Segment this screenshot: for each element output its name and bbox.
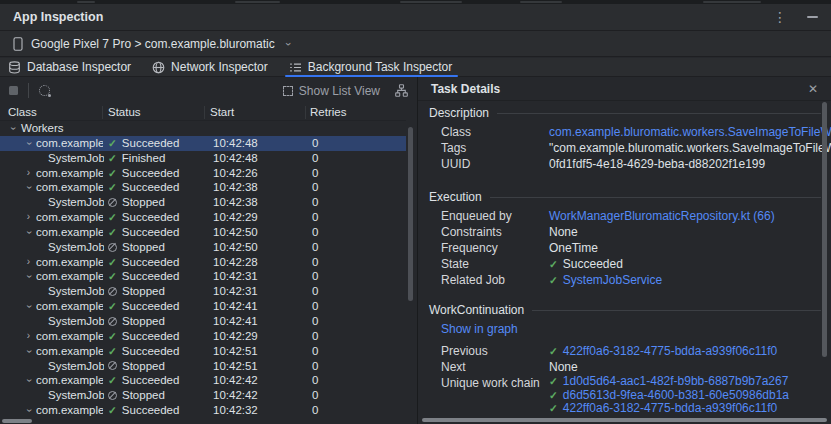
chevron-down-icon[interactable]: › — [21, 139, 36, 148]
detail-link[interactable]: 422ff0a6-3182-4775-bdda-a939f06c11f0 — [563, 343, 777, 359]
row-retries: 0 — [312, 255, 318, 270]
check-icon: ✓ — [549, 402, 558, 416]
row-retries: 0 — [312, 359, 318, 374]
details-section: ExecutionEnqueued byWorkManagerBluromati… — [418, 190, 831, 288]
chevron-down-icon[interactable]: › — [5, 124, 20, 133]
row-retries: 0 — [312, 136, 318, 151]
check-icon: ✓ — [108, 403, 117, 418]
detail-value: ✓422ff0a6-3182-4775-bdda-a939f06c11f0 — [549, 343, 777, 359]
panel-title: App Inspection — [13, 10, 103, 24]
options-menu-icon[interactable]: ⋮ — [773, 10, 787, 24]
check-icon: ✓ — [108, 344, 117, 359]
stop-inspector-icon[interactable] — [9, 86, 18, 95]
column-status[interactable]: Status — [108, 106, 141, 118]
column-retries[interactable]: Retries — [310, 106, 346, 118]
row-class: com.example.bl — [36, 136, 103, 151]
table-row[interactable]: ›com.example.bl✓Succeeded10:42:410 — [0, 299, 406, 314]
row-class: com.example.bl — [36, 329, 103, 344]
table-row[interactable]: ›com.example.bl✓Succeeded10:42:480 — [0, 136, 406, 151]
row-start: 10:42:41 — [213, 314, 258, 329]
row-class: com.example.bl — [36, 180, 103, 195]
tags-filter-icon[interactable] — [39, 85, 50, 96]
tab-network-inspector[interactable]: Network Inspector — [152, 58, 268, 76]
table-row[interactable]: ›com.example.bl✓Succeeded10:42:500 — [0, 225, 406, 240]
table-vertical-scrollbar[interactable] — [408, 127, 413, 301]
row-retries: 0 — [312, 151, 318, 166]
table-row[interactable]: ›com.example.bl✓Succeeded10:42:320 — [0, 403, 406, 418]
check-icon: ✓ — [549, 272, 558, 288]
table-row[interactable]: SystemJobSStopped10:42:380 — [0, 195, 406, 210]
row-start: 10:42:31 — [213, 269, 258, 284]
check-icon: ✓ — [108, 166, 117, 181]
chevron-down-icon[interactable]: › — [21, 272, 36, 281]
row-retries: 0 — [312, 269, 318, 284]
detail-link[interactable]: SystemJobService — [563, 272, 662, 288]
table-row[interactable]: ›com.example.bl✓Succeeded10:42:290 — [0, 329, 406, 344]
table-row[interactable]: SystemJobSStopped10:42:310 — [0, 284, 406, 299]
close-icon[interactable]: ✕ — [808, 82, 818, 96]
row-retries: 0 — [312, 314, 318, 329]
details-section: WorkContinuationShow in graphPrevious✓42… — [418, 303, 831, 416]
work-chain-link[interactable]: d6d5613d-9fea-4600-b381-60e50986db1a — [563, 389, 789, 403]
table-row[interactable]: SystemJobSStopped10:42:510 — [0, 359, 406, 374]
row-retries: 0 — [312, 195, 318, 210]
chevron-down-icon[interactable]: › — [21, 347, 36, 356]
column-start[interactable]: Start — [210, 106, 234, 118]
check-icon: ✓ — [108, 299, 117, 314]
row-start: 10:42:28 — [213, 255, 258, 270]
graph-view-icon[interactable] — [395, 84, 408, 97]
details-vertical-scrollbar[interactable] — [822, 102, 827, 357]
details-horizontal-scrollbar[interactable] — [422, 418, 827, 422]
main-content: Show List View Class Status Start Retrie… — [0, 77, 831, 424]
table-row[interactable]: SystemJobSStopped10:42:410 — [0, 314, 406, 329]
table-row[interactable]: ›com.example.bl✓Succeeded10:42:510 — [0, 344, 406, 359]
chevron-right-icon[interactable]: › — [24, 329, 33, 344]
column-class[interactable]: Class — [8, 106, 37, 118]
table-row[interactable]: ›com.example.bl✓Succeeded10:42:280 — [0, 255, 406, 270]
row-class: com.example.bl — [36, 403, 103, 418]
chevron-down-icon[interactable]: › — [21, 302, 36, 311]
device-selector[interactable]: Google Pixel 7 Pro > com.example.bluroma… — [0, 31, 831, 57]
chevron-down-icon[interactable]: › — [21, 183, 36, 192]
table-row[interactable]: SystemJobSStopped10:42:420 — [0, 388, 406, 403]
chevron-down-icon[interactable]: › — [21, 406, 36, 415]
chevron-right-icon[interactable]: › — [24, 210, 33, 225]
check-icon: ✓ — [108, 329, 117, 344]
show-list-view-button[interactable]: Show List View — [283, 84, 380, 98]
stopped-icon — [108, 361, 117, 370]
table-row[interactable]: ›com.example.bl✓Succeeded10:42:380 — [0, 180, 406, 195]
detail-link[interactable]: WorkManagerBluromaticRepository.kt (66) — [549, 208, 775, 224]
row-status: Stopped — [108, 359, 165, 374]
table-row[interactable]: SystemJobS✓Finished10:42:480 — [0, 151, 406, 166]
table-row[interactable]: ›com.example.bl✓Succeeded10:42:310 — [0, 269, 406, 284]
table-group-row[interactable]: › Workers — [0, 121, 406, 136]
detail-label: Tags — [441, 140, 466, 156]
work-chain-link[interactable]: 422ff0a6-3182-4775-bdda-a939f06c11f0 — [563, 402, 777, 416]
row-class: com.example.bl — [36, 373, 103, 388]
table-row[interactable]: ›com.example.bl✓Succeeded10:42:290 — [0, 210, 406, 225]
chevron-down-icon[interactable]: › — [21, 228, 36, 237]
detail-value: ✓SystemJobService — [549, 272, 662, 288]
row-retries: 0 — [312, 180, 318, 195]
row-retries: 0 — [312, 240, 318, 255]
chevron-right-icon[interactable]: › — [24, 166, 33, 181]
detail-value: ✓Succeeded — [549, 256, 623, 272]
show-in-graph-link[interactable]: Show in graph — [441, 321, 518, 337]
detail-link[interactable]: com.example.bluromatic.workers.SaveImage… — [549, 124, 831, 140]
table-row[interactable]: ›com.example.bl✓Succeeded10:42:420 — [0, 373, 406, 388]
tab-background-task-inspector[interactable]: Background Task Inspector — [289, 58, 453, 76]
table-rows: › Workers ›com.example.bl✓Succeeded10:42… — [0, 121, 406, 418]
row-retries: 0 — [312, 225, 318, 240]
table-row[interactable]: ›com.example.bl✓Succeeded10:42:260 — [0, 166, 406, 181]
row-status: ✓Succeeded — [108, 255, 179, 270]
chevron-down-icon[interactable]: › — [21, 376, 36, 385]
row-retries: 0 — [312, 373, 318, 388]
row-status: Stopped — [108, 240, 165, 255]
minimize-icon[interactable] — [807, 16, 818, 18]
table-horizontal-scrollbar[interactable] — [2, 419, 32, 423]
work-chain-link[interactable]: 1d0d5d64-aac1-482f-b9bb-6887b9b7a267 — [563, 375, 789, 389]
tab-database-inspector[interactable]: Database Inspector — [8, 58, 131, 76]
table-row[interactable]: SystemJobSStopped10:42:500 — [0, 240, 406, 255]
chevron-right-icon[interactable]: › — [24, 255, 33, 270]
row-start: 10:42:50 — [213, 225, 258, 240]
